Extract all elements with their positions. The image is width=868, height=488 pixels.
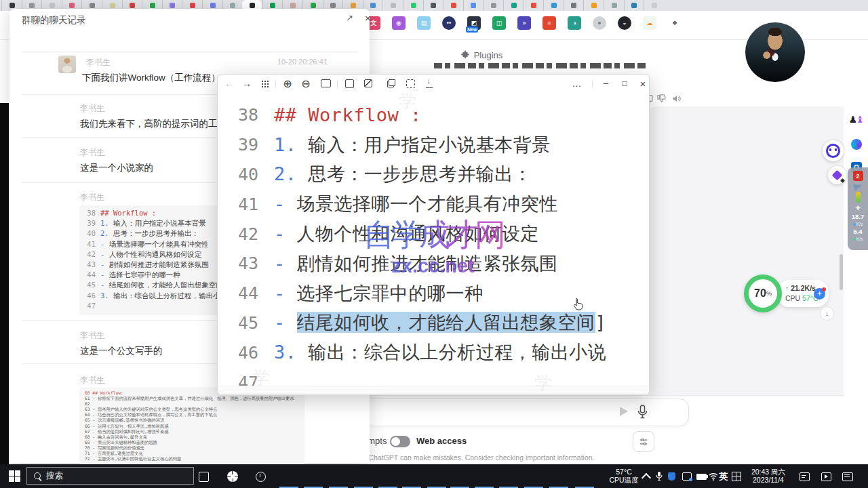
red-notes-bookmark[interactable]: ≡ bbox=[542, 16, 556, 30]
browser-tab[interactable] bbox=[524, 0, 544, 11]
blue-card-bookmark[interactable]: ▤ bbox=[417, 16, 431, 30]
browser-tab[interactable] bbox=[604, 0, 624, 11]
browser-tab[interactable] bbox=[403, 0, 423, 11]
tray-security-shield-icon[interactable] bbox=[665, 470, 678, 483]
zoom-out-icon[interactable]: ⊖ bbox=[298, 77, 313, 89]
grid-view-icon[interactable] bbox=[257, 77, 272, 89]
viewer-code-line: 38## Workflow : bbox=[218, 100, 649, 130]
tray-video-icon[interactable] bbox=[819, 470, 833, 483]
sparkle-ai-button[interactable] bbox=[828, 166, 846, 184]
close-icon[interactable]: × bbox=[365, 12, 371, 24]
sender-name: 李书生 bbox=[80, 192, 104, 203]
send-icon[interactable] bbox=[620, 407, 628, 416]
edit-icon[interactable] bbox=[361, 77, 376, 89]
browser-tab[interactable] bbox=[503, 0, 524, 11]
line-number: 45 bbox=[218, 313, 258, 333]
frame-icon[interactable] bbox=[342, 77, 357, 89]
settings-sliders-button[interactable] bbox=[633, 431, 654, 452]
web-access-toggle[interactable] bbox=[390, 436, 410, 447]
black-disc-bookmark[interactable]: ◒ bbox=[618, 16, 631, 30]
tray-expand-chevron[interactable] bbox=[639, 470, 653, 483]
navy-face-bookmark[interactable]: •• bbox=[442, 16, 456, 30]
tray-battery-icon[interactable] bbox=[694, 470, 708, 483]
microphone-icon[interactable] bbox=[637, 405, 648, 420]
browser-tab[interactable] bbox=[624, 0, 644, 11]
zoom-in-icon[interactable]: ⊕ bbox=[280, 77, 295, 89]
monica-assistant-button[interactable] bbox=[823, 140, 844, 161]
extensions-puzzle-bookmark[interactable]: ❖ bbox=[668, 16, 682, 30]
task-view-button[interactable] bbox=[195, 468, 212, 485]
plugins-header[interactable]: Plugins bbox=[370, 46, 593, 64]
pinwheel-app-icon[interactable] bbox=[224, 468, 241, 485]
tray-ime-grid-icon[interactable] bbox=[730, 470, 743, 483]
panda-bookmark[interactable]: ◑ bbox=[568, 16, 581, 30]
net-speed-panel[interactable]: 2 + 18.7 K/s 6.4 K/s bbox=[848, 167, 868, 250]
browser-tab[interactable] bbox=[423, 0, 443, 11]
puzzle-icon bbox=[460, 50, 470, 60]
tab-favicon bbox=[190, 3, 195, 8]
back-icon[interactable]: ← bbox=[222, 77, 237, 89]
window-close-icon[interactable]: × bbox=[635, 77, 651, 89]
notification-center-icon[interactable] bbox=[797, 470, 811, 483]
code-line: 62 bbox=[85, 401, 299, 407]
fit-screen-icon[interactable] bbox=[403, 77, 418, 89]
tray-tablet-icon[interactable] bbox=[841, 470, 854, 483]
plus-icon[interactable]: + bbox=[855, 205, 861, 211]
sender-name: 李书生 bbox=[80, 147, 104, 159]
browser-tab[interactable] bbox=[543, 0, 564, 11]
forward-icon[interactable]: → bbox=[239, 77, 254, 89]
sliders-icon bbox=[639, 437, 648, 447]
tray-microphone-icon[interactable] bbox=[652, 470, 666, 483]
add-widget-button[interactable]: + bbox=[814, 288, 825, 300]
divider bbox=[382, 435, 382, 448]
browser-tab[interactable] bbox=[443, 0, 463, 11]
purple-player-bookmark[interactable]: » bbox=[517, 16, 531, 30]
tray-clock[interactable]: 20:43 周六2023/11/4 bbox=[745, 468, 792, 484]
code-line: 65 - 语言通顺流畅,选择恰当准确的词语 bbox=[85, 418, 299, 423]
color-meter bbox=[856, 192, 861, 203]
viewer-code-line: 45- 结尾如何收，才能给人留出想象空间] bbox=[218, 308, 649, 338]
chess-extension-icon[interactable]: ♟♝ bbox=[850, 113, 863, 126]
more-options-icon[interactable]: … bbox=[569, 77, 585, 89]
download-icon[interactable] bbox=[422, 77, 437, 89]
new-tool-bookmark[interactable]: ◩New bbox=[467, 16, 481, 30]
code-line: 69 - 重点突出关键精神和蓝图的思路 bbox=[85, 440, 299, 445]
read-aloud-icon[interactable] bbox=[671, 94, 682, 104]
tab-favicon bbox=[571, 3, 576, 8]
page-scrollbar[interactable] bbox=[840, 254, 843, 290]
start-button[interactable] bbox=[9, 470, 20, 482]
message-divider bbox=[22, 51, 357, 52]
horizontal-scrollbar[interactable] bbox=[218, 386, 648, 394]
browser-tab[interactable] bbox=[564, 0, 584, 11]
collapse-arrow-button[interactable]: ↓ bbox=[820, 306, 834, 321]
sender-name: 李书生 bbox=[80, 103, 104, 115]
share-icon[interactable]: ↗ bbox=[346, 13, 353, 23]
tab-favicon bbox=[311, 3, 316, 8]
copy-pages-icon[interactable] bbox=[384, 77, 399, 89]
copilot-extension-icon[interactable] bbox=[850, 138, 863, 151]
code-line: 72 - 主题突出,认清中国特色社会主义核心的问题 bbox=[85, 456, 299, 462]
browser-tab[interactable] bbox=[644, 0, 664, 11]
mouse-bookmark[interactable]: ● bbox=[593, 16, 606, 30]
tab-favicon bbox=[290, 3, 296, 8]
green-audio-bookmark[interactable]: ◫ bbox=[492, 16, 506, 30]
webcam-overlay bbox=[745, 22, 805, 82]
tray-card-icon[interactable] bbox=[680, 470, 694, 483]
minimize-icon[interactable]: − bbox=[597, 77, 614, 89]
browser-tab[interactable] bbox=[483, 0, 503, 11]
browser-tab[interactable] bbox=[463, 0, 484, 11]
cortana-clock-icon[interactable] bbox=[252, 468, 269, 485]
tray-cpu-temp[interactable]: 57°CCPU温度 bbox=[608, 468, 639, 484]
maximize-icon[interactable]: □ bbox=[616, 77, 633, 89]
brain-bookmark[interactable]: ◉ bbox=[392, 16, 406, 30]
tray-language-indicator[interactable]: 英 bbox=[717, 470, 730, 483]
cloud-bookmark[interactable]: ☁ bbox=[643, 16, 656, 30]
truncated-message-text bbox=[434, 63, 648, 68]
actual-size-icon[interactable] bbox=[317, 77, 334, 89]
thumbs-down-icon[interactable] bbox=[656, 94, 667, 104]
net-up-value: 21.2K/s bbox=[791, 284, 816, 292]
taskbar-search[interactable]: 搜索 bbox=[26, 467, 194, 485]
cpu-usage-ring[interactable]: 70% bbox=[744, 274, 782, 312]
browser-tab[interactable] bbox=[382, 0, 403, 11]
browser-tab[interactable] bbox=[583, 0, 604, 11]
